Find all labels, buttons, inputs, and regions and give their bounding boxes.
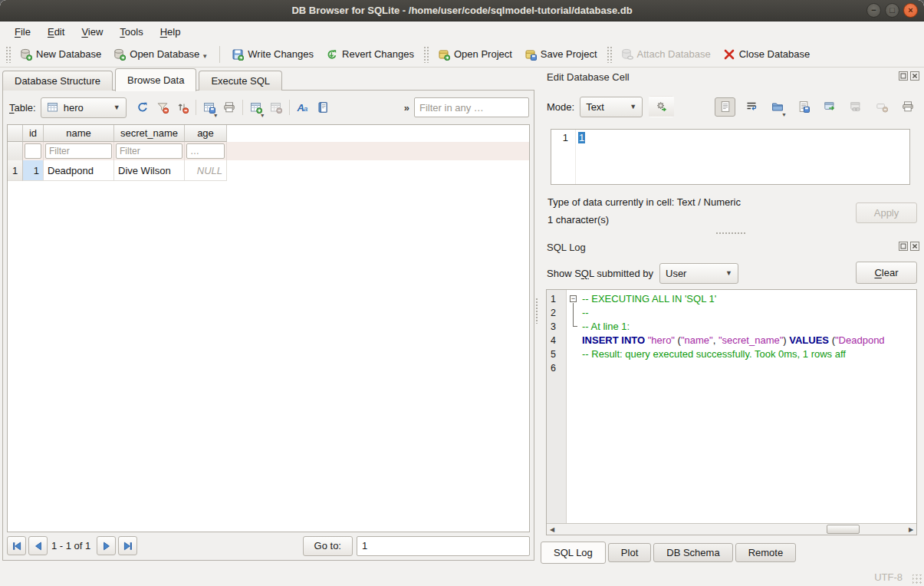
table-row[interactable]: 11DeadpondDive WilsonNULL bbox=[8, 160, 529, 181]
cell-age[interactable]: NULL bbox=[185, 160, 227, 181]
svg-text:a: a bbox=[304, 104, 307, 113]
mode-select[interactable]: Text ▼ bbox=[580, 97, 643, 117]
write-changes-button[interactable]: Write Changes bbox=[225, 44, 320, 64]
data-grid[interactable]: idnamesecret_nameage11DeadpondDive Wilso… bbox=[7, 124, 530, 532]
print-table-button[interactable] bbox=[219, 97, 239, 117]
clear-filters-button[interactable] bbox=[153, 97, 173, 117]
close-dock-icon[interactable] bbox=[910, 71, 919, 81]
import-data-button[interactable]: ▼ bbox=[767, 97, 788, 117]
find-in-table-button[interactable] bbox=[313, 97, 333, 117]
cell-editor[interactable]: 1 1 bbox=[551, 129, 910, 185]
first-record-button[interactable] bbox=[7, 536, 26, 555]
dock-tab-remote[interactable]: Remote bbox=[735, 543, 797, 562]
panel-splitter[interactable] bbox=[534, 67, 541, 568]
dock-tab-plot[interactable]: Plot bbox=[608, 543, 651, 562]
print-cell-button[interactable] bbox=[897, 97, 918, 117]
dropdown-arrow-icon[interactable]: ▼ bbox=[260, 113, 265, 118]
column-header-id[interactable]: id bbox=[23, 125, 44, 142]
filter-any-input[interactable] bbox=[414, 97, 529, 117]
set-null-icon bbox=[876, 100, 888, 113]
cell-id[interactable]: 1 bbox=[23, 160, 44, 181]
word-wrap-button[interactable] bbox=[741, 97, 761, 117]
open-external-button[interactable] bbox=[819, 97, 840, 117]
link-icon bbox=[850, 100, 862, 113]
dropdown-arrow-icon[interactable]: ▼ bbox=[781, 112, 787, 117]
cell-secret_name[interactable]: Dive Wilson bbox=[114, 160, 185, 181]
save-project-button[interactable]: Save Project bbox=[518, 44, 603, 64]
cell-name[interactable]: Deadpond bbox=[44, 160, 114, 181]
window-title: DB Browser for SQLite - /home/user/code/… bbox=[291, 5, 632, 16]
close-button[interactable]: × bbox=[903, 3, 918, 18]
table-select[interactable]: hero ▼ bbox=[41, 97, 127, 118]
toolbar-overflow-icon[interactable]: » bbox=[400, 102, 414, 114]
toolbar-handle[interactable] bbox=[423, 46, 429, 63]
grid-corner[interactable] bbox=[8, 125, 23, 142]
dropdown-arrow-icon[interactable]: ▼ bbox=[202, 53, 208, 60]
last-record-button[interactable] bbox=[118, 536, 137, 555]
next-record-button[interactable] bbox=[97, 536, 116, 555]
dropdown-arrow-icon[interactable]: ▼ bbox=[213, 113, 219, 118]
scroll-right-icon[interactable]: ▶ bbox=[906, 525, 916, 535]
sql-source-select[interactable]: User ▼ bbox=[659, 263, 738, 284]
float-dock-icon[interactable] bbox=[899, 242, 908, 251]
sql-log-dock-title: SQL Log bbox=[547, 242, 586, 253]
open-project-button[interactable]: Open Project bbox=[432, 44, 518, 64]
revert-changes-button[interactable]: Revert Changes bbox=[320, 44, 420, 64]
toolbar-button-label: Open Database bbox=[130, 48, 199, 61]
row-header[interactable]: 1 bbox=[8, 160, 23, 181]
dock-splitter-handle[interactable] bbox=[715, 232, 746, 235]
export-data-button[interactable] bbox=[793, 97, 814, 117]
apply-button[interactable]: Apply bbox=[856, 202, 917, 223]
menu-view[interactable]: View bbox=[73, 23, 111, 41]
column-header-secret_name[interactable]: secret_name bbox=[114, 125, 185, 142]
clear-sorting-button[interactable] bbox=[173, 97, 192, 117]
column-header-name[interactable]: name bbox=[44, 125, 114, 142]
sql-log-view[interactable]: 1−-- EXECUTING ALL IN 'SQL 1'2--3-- At l… bbox=[546, 289, 917, 535]
goto-button[interactable]: Go to: bbox=[303, 536, 353, 556]
menu-tools[interactable]: Tools bbox=[111, 23, 151, 41]
fold-column bbox=[567, 347, 582, 361]
tab-database-structure[interactable]: Database Structure bbox=[2, 71, 113, 91]
auto-apply-button[interactable] bbox=[649, 96, 674, 117]
format-font-button[interactable]: Aa bbox=[293, 97, 313, 117]
attach-database-button[interactable]: Attach Database bbox=[615, 44, 717, 64]
goto-record-input[interactable] bbox=[357, 536, 530, 556]
filter-input-age[interactable] bbox=[186, 143, 225, 159]
resize-grip[interactable] bbox=[912, 574, 922, 584]
toolbar-handle[interactable] bbox=[5, 46, 11, 63]
title-bar[interactable]: DB Browser for SQLite - /home/user/code/… bbox=[0, 0, 924, 21]
menu-edit[interactable]: Edit bbox=[39, 23, 73, 41]
tab-execute-sql[interactable]: Execute SQL bbox=[199, 71, 282, 91]
dock-tab-db-schema[interactable]: DB Schema bbox=[653, 543, 732, 562]
float-dock-icon[interactable] bbox=[899, 71, 908, 81]
maximize-button[interactable]: □ bbox=[885, 3, 899, 18]
minimize-button[interactable]: − bbox=[866, 3, 881, 18]
menu-file[interactable]: File bbox=[6, 23, 39, 41]
horizontal-scrollbar[interactable]: ◀ ▶ bbox=[547, 523, 916, 535]
column-header-age[interactable]: age bbox=[185, 125, 227, 142]
dock-tab-sql-log[interactable]: SQL Log bbox=[541, 542, 606, 564]
table-label: Table: bbox=[9, 102, 36, 114]
filter-input-name[interactable] bbox=[45, 143, 112, 159]
fold-minus-icon[interactable]: − bbox=[570, 295, 577, 302]
new-database-button[interactable]: New Database bbox=[14, 44, 107, 64]
open-database-button[interactable]: Open Database▼ bbox=[107, 44, 214, 64]
delete-record-button[interactable] bbox=[266, 97, 286, 117]
tab-browse-data[interactable]: Browse Data bbox=[115, 68, 196, 91]
refresh-button[interactable] bbox=[133, 97, 153, 117]
close-database-button[interactable]: Close Database bbox=[717, 44, 817, 64]
previous-record-button[interactable] bbox=[28, 536, 48, 555]
filter-input-id[interactable] bbox=[25, 143, 41, 159]
close-dock-icon[interactable] bbox=[910, 242, 919, 251]
scroll-left-icon[interactable]: ◀ bbox=[547, 525, 557, 535]
toolbar-handle[interactable] bbox=[607, 46, 612, 63]
menu-help[interactable]: Help bbox=[152, 23, 189, 41]
insert-record-button[interactable]: ▼ bbox=[246, 97, 266, 117]
save-table-button[interactable]: ▼ bbox=[199, 97, 219, 117]
clear-log-button[interactable]: Clear bbox=[856, 262, 917, 284]
copy-link-button[interactable] bbox=[845, 97, 866, 117]
text-mode-button[interactable] bbox=[715, 97, 735, 117]
set-null-button[interactable] bbox=[871, 97, 892, 117]
scrollbar-thumb[interactable] bbox=[827, 525, 860, 534]
filter-input-secret_name[interactable] bbox=[116, 143, 182, 159]
